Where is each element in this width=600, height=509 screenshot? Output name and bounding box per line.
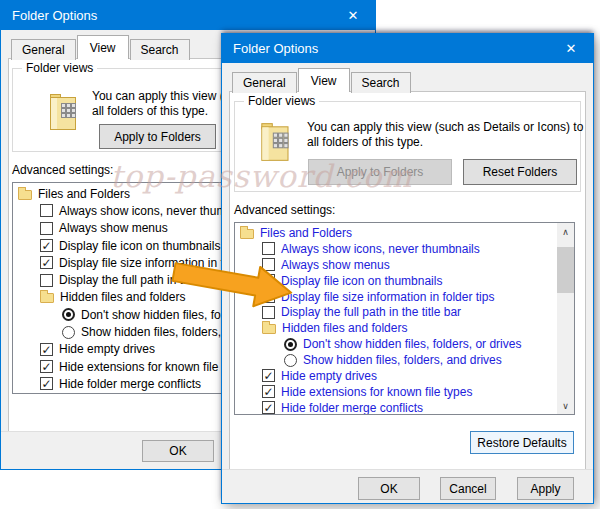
checkbox-unchecked[interactable] <box>40 204 53 217</box>
checkbox-checked[interactable]: ✓ <box>262 401 275 414</box>
folder-views-description: You can apply this view (such as Details… <box>307 120 583 150</box>
setting-label: Don't show hidden files, folders, or dri… <box>303 337 521 351</box>
scrollbar[interactable]: ∧ ∨ <box>557 223 574 414</box>
window-title: Folder Options <box>12 8 97 23</box>
advanced-setting-row[interactable]: ✓Display file size information in folder… <box>235 289 557 305</box>
setting-label: Hide extensions for known file types <box>281 385 472 399</box>
setting-label: Hidden files and folders <box>60 290 185 304</box>
description-line-1: You can apply this view (such as Details… <box>307 120 583 135</box>
folder-icon <box>40 293 54 303</box>
radio-unselected[interactable] <box>284 354 297 367</box>
setting-label: Display file size information in folder … <box>281 290 494 304</box>
checkbox-unchecked[interactable] <box>40 222 53 235</box>
ok-button[interactable]: OK <box>358 477 420 500</box>
checkbox-checked[interactable]: ✓ <box>40 377 53 390</box>
folder-views-legend: Folder views <box>22 61 97 75</box>
folder-views-groupbox: Folder views You can apply this view (su… <box>234 101 581 192</box>
restore-defaults-button[interactable]: Restore Defaults <box>470 431 574 454</box>
checkbox-checked[interactable]: ✓ <box>40 239 53 252</box>
checkbox-unchecked[interactable] <box>40 274 53 287</box>
folder-icon <box>18 190 32 200</box>
checkbox-unchecked[interactable] <box>262 242 275 255</box>
radio-selected[interactable] <box>284 338 297 351</box>
tab-search[interactable]: Search <box>130 39 190 60</box>
advanced-setting-row[interactable]: ✓Hide empty drives <box>235 368 557 384</box>
reset-folders-button[interactable]: Reset Folders <box>463 159 577 185</box>
folder-options-dialog-foreground: Folder Options ✕ General View Search Fol… <box>221 33 594 504</box>
screenshot-canvas: Folder Options ✕ General View Search Fol… <box>0 0 600 509</box>
advanced-setting-row[interactable]: ✓Hide folder merge conflicts <box>235 400 557 415</box>
setting-label: Hide empty drives <box>281 369 377 383</box>
radio-selected[interactable] <box>62 308 75 321</box>
setting-label: Display file icon on thumbnails <box>59 239 220 253</box>
tab-general[interactable]: General <box>232 72 297 93</box>
tab-general[interactable]: General <box>11 39 76 60</box>
advanced-setting-row[interactable]: Hidden files and folders <box>235 320 557 336</box>
folder-icon <box>240 229 254 239</box>
close-icon[interactable]: ✕ <box>549 34 593 63</box>
checkbox-checked[interactable]: ✓ <box>262 385 275 398</box>
setting-label: Show hidden files, folders, and drives <box>303 353 502 367</box>
setting-label: Hide folder merge conflicts <box>281 401 423 415</box>
checkbox-checked[interactable]: ✓ <box>40 343 53 356</box>
radio-unselected[interactable] <box>62 326 75 339</box>
window-title: Folder Options <box>233 41 318 56</box>
setting-label: Always show menus <box>59 221 168 235</box>
checkbox-unchecked[interactable] <box>262 306 275 319</box>
apply-to-folders-button-disabled: Apply to Folders <box>308 159 452 185</box>
advanced-setting-row[interactable]: Always show icons, never thumbnails <box>235 241 557 257</box>
setting-label: Files and Folders <box>38 187 130 201</box>
advanced-setting-row[interactable]: Files and Folders <box>235 225 557 241</box>
title-bar[interactable]: Folder Options ✕ <box>1 1 375 30</box>
advanced-setting-row[interactable]: Don't show hidden files, folders, or dri… <box>235 336 557 352</box>
apply-button[interactable]: Apply <box>517 477 574 500</box>
folder-views-legend: Folder views <box>244 94 319 108</box>
description-line-2: all folders of this type. <box>307 135 583 150</box>
scroll-up-icon[interactable]: ∧ <box>557 223 574 240</box>
setting-label: Hidden files and folders <box>282 321 407 335</box>
setting-label: Always show icons, never thumbnails <box>281 242 480 256</box>
scrollbar-thumb[interactable] <box>557 247 574 293</box>
advanced-setting-row[interactable]: ✓Hide extensions for known file types <box>235 384 557 400</box>
setting-label: Always show menus <box>281 258 390 272</box>
tab-strip: General View Search <box>232 70 412 92</box>
checkbox-unchecked[interactable] <box>262 258 275 271</box>
advanced-settings-label: Advanced settings: <box>234 203 335 217</box>
close-icon[interactable]: ✕ <box>331 1 375 30</box>
checkbox-checked[interactable]: ✓ <box>262 274 275 287</box>
checkbox-checked[interactable]: ✓ <box>40 256 53 269</box>
apply-to-folders-button[interactable]: Apply to Folders <box>99 124 216 149</box>
setting-label: Display the full path in the title bar <box>281 305 461 319</box>
setting-label: Hide empty drives <box>59 342 155 356</box>
cancel-button[interactable]: Cancel <box>440 477 496 500</box>
advanced-settings-list[interactable]: Files and FoldersAlways show icons, neve… <box>234 222 575 415</box>
setting-label: Files and Folders <box>260 226 352 240</box>
checkbox-checked[interactable]: ✓ <box>40 360 53 373</box>
tab-search[interactable]: Search <box>351 72 411 93</box>
folder-views-icon <box>260 120 294 164</box>
advanced-setting-row[interactable]: Display the full path in the title bar <box>235 304 557 320</box>
checkbox-checked[interactable]: ✓ <box>262 369 275 382</box>
scroll-down-icon[interactable]: ∨ <box>557 397 574 414</box>
advanced-settings-label: Advanced settings: <box>12 163 113 177</box>
title-bar[interactable]: Folder Options ✕ <box>222 34 593 63</box>
advanced-setting-row[interactable]: Always show menus <box>235 257 557 273</box>
setting-label: Hide folder merge conflicts <box>59 377 201 391</box>
folder-views-icon <box>49 91 81 133</box>
advanced-setting-row[interactable]: Show hidden files, folders, and drives <box>235 352 557 368</box>
setting-label: Display file icon on thumbnails <box>281 274 442 288</box>
tab-strip: General View Search <box>11 37 191 59</box>
checkbox-checked[interactable]: ✓ <box>262 290 275 303</box>
ok-button[interactable]: OK <box>142 440 214 462</box>
view-tab-page: Folder views You can apply this view (su… <box>229 91 586 471</box>
advanced-setting-row[interactable]: ✓Display file icon on thumbnails <box>235 273 557 289</box>
tab-view[interactable]: View <box>298 68 350 92</box>
tab-view[interactable]: View <box>77 35 129 59</box>
folder-icon <box>262 324 276 334</box>
setting-label: Display the full path in the title bar <box>59 273 239 287</box>
